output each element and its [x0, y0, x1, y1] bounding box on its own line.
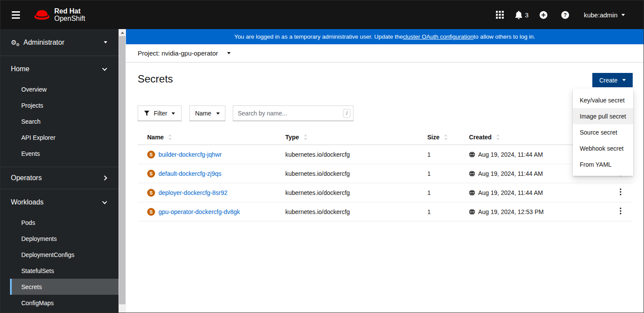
scrollbar-up-icon [121, 32, 124, 34]
secret-name-link[interactable]: builder-dockercfg-jqhwr [159, 151, 222, 158]
user-menu-button[interactable]: kube:admin [584, 11, 625, 19]
redhat-fedora-icon [34, 9, 50, 20]
secrets-table: Name Type Size Created [138, 130, 633, 221]
menu-item-from-yaml[interactable]: From YAML [573, 156, 633, 172]
toolbar: Filter Name / [138, 105, 644, 121]
globe-icon [469, 190, 475, 196]
sidebar-item-label: Overview [21, 86, 46, 93]
add-plus-circle-icon [539, 11, 548, 19]
create-button-label: Create [599, 77, 618, 84]
secret-created: Aug 19, 2024, 11:44 AM [478, 189, 543, 196]
secret-name-link[interactable]: default-dockercfg-zj9qs [159, 170, 221, 177]
sidebar-item-statefulsets[interactable]: StatefulSets [0, 263, 119, 279]
create-button[interactable]: Create [592, 73, 633, 87]
sidebar-nav: ⚙⚙ Administrator Home Overview Projects … [0, 29, 119, 313]
secret-name-link[interactable]: deployer-dockercfg-8sr92 [159, 189, 228, 196]
sidebar-item-label: Pods [21, 219, 35, 226]
secret-created-cell: Aug 19, 2024, 11:44 AM [459, 189, 608, 196]
sidebar-item-events[interactable]: Events [0, 145, 119, 161]
column-label: Created [469, 134, 492, 141]
nav-sublist-workloads: Pods Deployments DeploymentConfigs State… [0, 212, 119, 313]
secret-name-link[interactable]: gpu-operator-dockercfg-dv8gk [159, 208, 240, 215]
cogs-icon: ⚙⚙ [11, 39, 20, 46]
column-header-size[interactable]: Size [418, 130, 459, 145]
help-question-circle-icon: ? [561, 11, 569, 19]
nav-divider [0, 56, 119, 56]
search-field-select[interactable]: Name [189, 105, 225, 121]
username: kube:admin [584, 11, 618, 19]
kebab-menu-icon [620, 208, 621, 214]
page-header: Secrets Create [126, 63, 644, 87]
add-resource-button[interactable] [532, 11, 554, 19]
chevron-down-icon [102, 66, 107, 71]
nav-group-label: Workloads [11, 198, 43, 206]
table-row: S deployer-dockercfg-8sr92 kubernetes.io… [138, 183, 633, 202]
secret-created-cell: Aug 19, 2024, 12:53 PM [459, 208, 608, 215]
perspective-switcher[interactable]: ⚙⚙ Administrator [0, 29, 119, 56]
row-kebab-menu-button[interactable] [615, 186, 626, 199]
row-kebab-menu-button[interactable] [615, 205, 626, 218]
search-input[interactable] [233, 105, 353, 121]
table-row: S default-dockercfg-zj9qs kubernetes.io/… [138, 164, 633, 183]
nav-group-workloads[interactable]: Workloads [0, 193, 119, 212]
secret-type: kubernetes.io/dockercfg [276, 170, 418, 177]
column-label: Size [427, 134, 439, 141]
scrollbar-up-button[interactable] [119, 29, 126, 36]
perspective-label: Administrator [23, 39, 64, 46]
column-label: Type [285, 134, 299, 141]
chevron-down-icon [102, 199, 107, 204]
page-title: Secrets [138, 73, 173, 85]
app-launcher-button[interactable] [489, 11, 511, 19]
sidebar-item-deployments[interactable]: Deployments [0, 231, 119, 247]
menu-item-webhook-secret[interactable]: Webhook secret [573, 140, 633, 156]
sidebar-item-label: DeploymentConfigs [21, 251, 74, 258]
help-button[interactable]: ? [554, 11, 576, 19]
hamburger-menu-icon[interactable] [9, 9, 23, 21]
sidebar-item-overview[interactable]: Overview [0, 81, 119, 97]
globe-icon [469, 209, 475, 215]
sidebar-item-api-explorer[interactable]: API Explorer [0, 129, 119, 145]
nav-group-home[interactable]: Home [0, 59, 119, 79]
project-selector[interactable]: Project: nvidia-gpu-operator [126, 44, 644, 63]
column-header-name[interactable]: Name [138, 130, 276, 145]
app-launcher-grid-icon [496, 11, 504, 19]
sidebar-item-search[interactable]: Search [0, 113, 119, 129]
sort-arrows-icon [444, 134, 448, 140]
brand-product: OpenShift [54, 15, 85, 22]
secret-size: 1 [418, 170, 459, 177]
notifications-button[interactable]: 3 [511, 11, 532, 19]
globe-icon [469, 152, 475, 158]
sidebar-item-deploymentconfigs[interactable]: DeploymentConfigs [0, 247, 119, 263]
secret-created: Aug 19, 2024, 11:44 AM [478, 151, 543, 158]
nav-group-operators[interactable]: Operators [0, 168, 119, 188]
oauth-config-link[interactable]: cluster OAuth configuration [403, 33, 474, 40]
table-row: S gpu-operator-dockercfg-dv8gk kubernete… [138, 202, 633, 221]
scrollbar-thumb[interactable] [119, 36, 125, 304]
notification-bell-icon [515, 11, 522, 19]
sidebar-item-secrets[interactable]: Secrets [10, 279, 119, 295]
chevron-right-icon [102, 175, 107, 180]
sidebar-item-projects[interactable]: Projects [0, 97, 119, 113]
nav-divider [0, 167, 119, 167]
secret-size: 1 [418, 151, 459, 158]
menu-item-image-pull-secret[interactable]: Image pull secret [573, 108, 633, 124]
column-header-type[interactable]: Type [276, 130, 418, 145]
sidebar-item-pods[interactable]: Pods [0, 214, 119, 231]
secret-kind-badge: S [147, 189, 155, 197]
sidebar-item-configmaps[interactable]: ConfigMaps [0, 295, 119, 311]
sidebar-item-label: API Explorer [21, 134, 56, 141]
secret-type: kubernetes.io/dockercfg [276, 189, 418, 196]
menu-item-key-value-secret[interactable]: Key/value secret [573, 92, 633, 108]
secret-kind-badge: S [147, 151, 155, 158]
globe-icon [469, 171, 475, 177]
openshift-console-window: Red Hat OpenShift 3 [0, 0, 644, 313]
svg-text:?: ? [564, 12, 567, 18]
login-banner: You are logged in as a temporary adminis… [126, 29, 644, 44]
menu-item-source-secret[interactable]: Source secret [573, 124, 633, 140]
filter-dropdown[interactable]: Filter [138, 105, 182, 121]
search-field-caret-icon [216, 112, 220, 115]
sort-arrows-icon [168, 134, 172, 140]
brand-name: Red Hat [54, 7, 85, 15]
column-label: Name [147, 134, 164, 141]
sidebar-item-label: StatefulSets [21, 267, 54, 274]
